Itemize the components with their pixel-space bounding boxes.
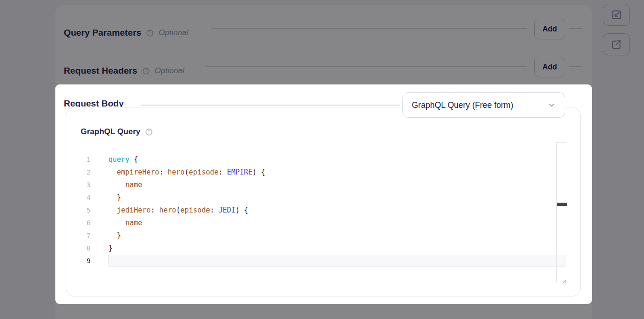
line-number: 7 <box>76 229 91 242</box>
line-number: 5 <box>76 204 91 217</box>
code-line-7[interactable]: } <box>108 229 265 242</box>
line-number: 3 <box>76 179 91 191</box>
code-content[interactable]: query { empireHero: hero(episode: EMPIRE… <box>108 153 265 267</box>
editor-scrollbar[interactable] <box>556 142 567 282</box>
body-type-select[interactable]: GraphQL Query (Free form) <box>402 92 565 118</box>
code-line-2[interactable]: empireHero: hero(episode: EMPIRE) { <box>108 166 265 179</box>
request-body-section: Request Body GraphQL Query (Free form) G… <box>55 84 592 304</box>
code-line-4[interactable]: } <box>108 191 265 204</box>
graphql-query-panel: GraphQL Query 123456789 query { empireHe… <box>66 107 581 296</box>
chevron-down-icon <box>547 100 556 110</box>
graphql-code-editor[interactable]: 123456789 query { empireHero: hero(episo… <box>66 107 580 296</box>
line-number: 4 <box>76 191 91 204</box>
line-number: 6 <box>76 217 91 229</box>
code-line-1[interactable]: query { <box>108 153 265 166</box>
divider <box>141 105 400 106</box>
line-number: 9 <box>76 255 91 267</box>
app-screen: Query Parameters Optional Add Request He… <box>0 0 644 319</box>
line-number: 2 <box>76 166 91 179</box>
line-number-gutter: 123456789 <box>76 153 91 267</box>
code-line-5[interactable]: jediHero: hero(episode: JEDI) { <box>108 204 265 217</box>
line-number: 1 <box>76 153 91 166</box>
line-number: 8 <box>76 242 91 255</box>
code-line-9[interactable] <box>108 255 265 267</box>
body-type-selected-value: GraphQL Query (Free form) <box>412 100 513 110</box>
code-line-8[interactable]: } <box>108 242 265 255</box>
code-line-6[interactable]: name <box>108 217 265 229</box>
scrollbar-thumb[interactable] <box>557 203 567 206</box>
resize-grip-icon[interactable] <box>561 276 567 281</box>
code-line-3[interactable]: name <box>108 179 265 191</box>
